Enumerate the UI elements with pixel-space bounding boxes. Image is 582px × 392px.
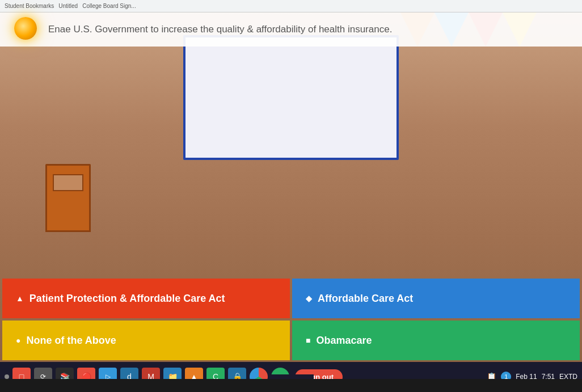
- tab-2[interactable]: Untitled: [58, 3, 78, 9]
- taskbar-app-3[interactable]: 📚: [56, 368, 74, 379]
- option-a[interactable]: ▲ Patient Protection & Affordable Care A…: [2, 279, 290, 318]
- hp-logo: hp: [285, 377, 297, 380]
- option-c[interactable]: ● None of the Above: [2, 321, 290, 360]
- taskbar-app-9[interactable]: ▲: [185, 368, 203, 379]
- taskbar-app-7[interactable]: M: [142, 368, 160, 379]
- option-d-label: Obamacare: [316, 335, 372, 347]
- lamp-icon: [11, 14, 40, 45]
- whiteboard: [183, 35, 399, 160]
- taskbar-app-2[interactable]: ⟳: [34, 368, 52, 379]
- taskbar-time: 7:51: [542, 373, 555, 379]
- browser-bar: Student Bookmarks Untitled College Board…: [0, 0, 582, 12]
- taskbar-app-8[interactable]: 📁: [163, 368, 182, 379]
- options-area: ▲ Patient Protection & Affordable Care A…: [0, 279, 582, 360]
- lamp-glow: [14, 17, 37, 40]
- taskbar-app-5[interactable]: ▷: [99, 368, 117, 379]
- tab-1[interactable]: Student Bookmarks: [5, 3, 54, 9]
- info-text: Enae U.S. Government to increase the qua…: [48, 23, 392, 36]
- taskbar-file-icon: 📋: [487, 372, 496, 379]
- taskbar-app-4[interactable]: 🔴: [77, 368, 95, 379]
- taskbar-app-6[interactable]: d: [120, 368, 138, 379]
- option-b-label: Affordable Care Act: [318, 293, 413, 305]
- option-a-icon: ▲: [16, 294, 24, 303]
- tab-3[interactable]: College Board Sign...: [82, 3, 136, 9]
- taskbar-chrome[interactable]: [250, 368, 268, 379]
- taskbar-date: Feb 11: [516, 373, 537, 379]
- classroom-door: [45, 164, 91, 232]
- taskbar-circle: [5, 374, 9, 379]
- option-d[interactable]: ■ Obamacare: [292, 321, 580, 360]
- taskbar-notification: 1: [501, 372, 511, 379]
- taskbar-right: 📋 1 Feb 11 7:51 EXTD: [487, 372, 577, 379]
- screen: Student Bookmarks Untitled College Board…: [0, 0, 582, 379]
- info-bar: Enae U.S. Government to increase the qua…: [0, 12, 582, 47]
- taskbar-app-10[interactable]: C: [206, 368, 225, 379]
- door-window: [53, 174, 83, 191]
- hp-logo-area: hp: [268, 374, 314, 379]
- option-b-icon: ◆: [306, 294, 312, 303]
- option-c-label: None of the Above: [26, 335, 116, 347]
- option-b[interactable]: ◆ Affordable Care Act: [292, 279, 580, 318]
- option-a-label: Patient Protection & Affordable Care Act: [29, 293, 225, 305]
- quiz-container: Enae U.S. Government to increase the qua…: [0, 12, 582, 379]
- option-d-icon: ■: [306, 336, 310, 345]
- option-c-icon: ●: [16, 336, 20, 345]
- taskbar-app-11[interactable]: 🔒: [228, 368, 246, 379]
- info-prefix: Ena: [48, 24, 65, 35]
- taskbar-timezone: EXTD: [559, 373, 577, 379]
- taskbar-app-1[interactable]: □: [12, 368, 31, 379]
- info-content: e U.S. Government to increase the qualit…: [65, 24, 392, 35]
